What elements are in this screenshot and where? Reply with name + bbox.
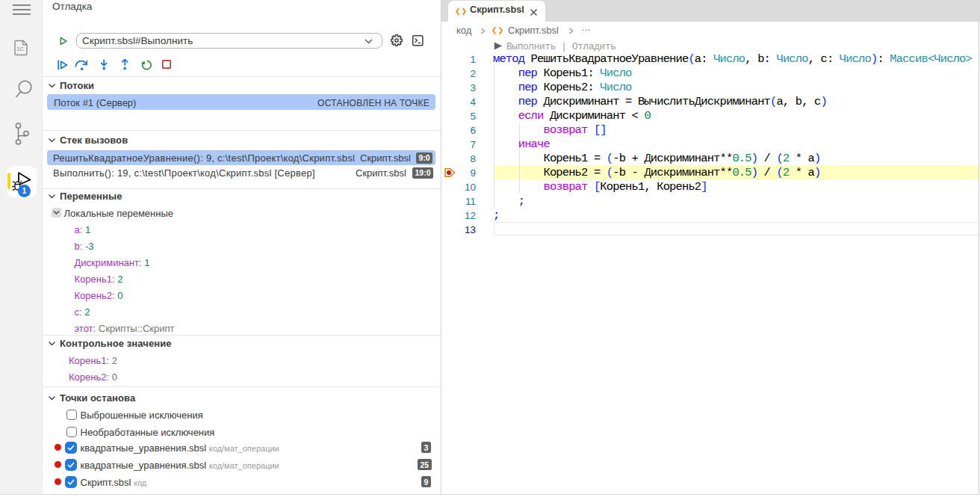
svg-text:1С: 1С bbox=[16, 46, 24, 52]
